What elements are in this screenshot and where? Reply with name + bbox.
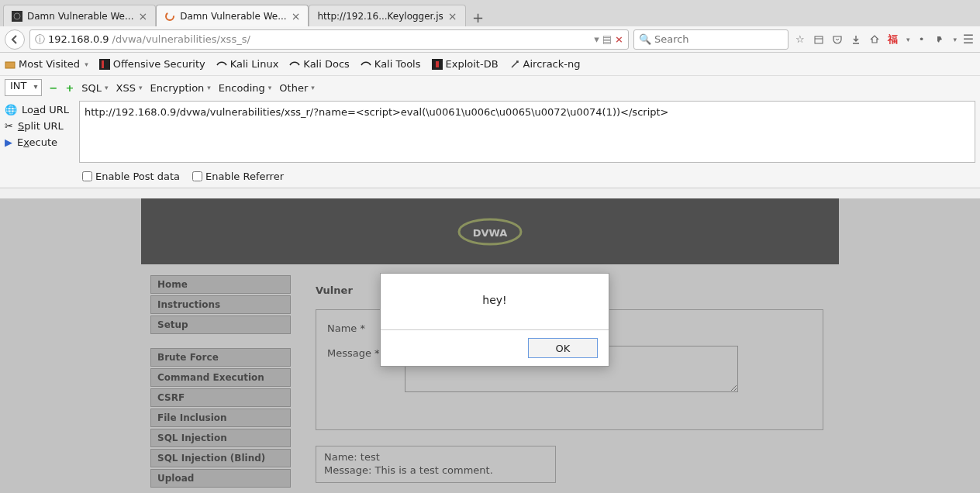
tab-title: Damn Vulnerable We... xyxy=(27,11,133,22)
svg-rect-0 xyxy=(12,11,22,22)
bookmark-offsec[interactable]: Offensive Security xyxy=(99,58,205,70)
svg-rect-7 xyxy=(102,60,104,68)
search-icon: 🔍 xyxy=(639,33,651,45)
offsec-icon xyxy=(99,59,110,70)
hackbar-load-url[interactable]: 🌐 Load URL xyxy=(5,104,74,115)
close-icon[interactable]: × xyxy=(138,10,147,22)
execute-icon: ▶ xyxy=(5,136,12,148)
enable-post-checkbox[interactable]: Enable Post data xyxy=(82,171,180,182)
close-icon[interactable]: × xyxy=(448,10,457,22)
minus-icon[interactable]: − xyxy=(50,82,58,94)
hackbar-menu-xss[interactable]: XSS▾ xyxy=(116,82,143,94)
info-icon[interactable]: ⓘ xyxy=(35,33,45,47)
library-icon[interactable] xyxy=(812,33,826,47)
hackbar-panel: INT − + SQL▾ XSS▾ Encryption▾ Encoding▾ … xyxy=(0,76,980,188)
tab-favicon xyxy=(12,11,22,22)
enable-referrer-checkbox[interactable]: Enable Referrer xyxy=(192,171,284,182)
hackbar-db-select[interactable]: INT xyxy=(5,79,42,96)
svg-rect-6 xyxy=(99,59,110,70)
bookmark-kali-tools[interactable]: Kali Tools xyxy=(361,58,421,70)
url-host: 192.168.0.9 xyxy=(48,33,109,45)
kali-icon xyxy=(289,59,300,70)
tab-1[interactable]: Damn Vulnerable We... × xyxy=(3,5,156,26)
alert-message: hey! xyxy=(381,274,609,330)
svg-rect-5 xyxy=(5,62,15,68)
addon-red-icon[interactable]: 福 xyxy=(886,33,900,47)
search-input[interactable] xyxy=(654,33,786,45)
bookmark-kali-docs[interactable]: Kali Docs xyxy=(289,58,350,70)
close-icon[interactable]: × xyxy=(292,10,301,22)
bookmark-kali[interactable]: Kali Linux xyxy=(216,58,279,70)
kali-icon xyxy=(361,59,371,70)
new-tab-button[interactable]: + xyxy=(469,8,488,26)
addon-dot-icon[interactable]: • xyxy=(914,33,928,47)
hackbar-split-url[interactable]: ✂ Split URL xyxy=(5,120,74,132)
alert-ok-button[interactable]: OK xyxy=(528,338,598,358)
downloads-icon[interactable] xyxy=(849,33,863,47)
hackbar-url-input[interactable] xyxy=(79,101,975,163)
hackbar-menu-encryption[interactable]: Encryption▾ xyxy=(150,82,211,94)
url-bar[interactable]: ⓘ 192.168.0.9/dvwa/vulnerabilities/xss_s… xyxy=(29,29,629,50)
hackbar-menu-encoding[interactable]: Encoding▾ xyxy=(219,82,271,94)
folder-icon xyxy=(5,59,16,70)
aircrack-icon xyxy=(509,59,520,70)
loading-icon xyxy=(164,11,175,22)
reader-dropdown-icon[interactable]: ▾ xyxy=(594,33,599,45)
back-button[interactable] xyxy=(5,29,25,50)
split-icon: ✂ xyxy=(5,120,13,132)
bookmark-bar: Most Visited▾ Offensive Security Kali Li… xyxy=(0,53,980,76)
bookmark-most-visited[interactable]: Most Visited▾ xyxy=(5,58,88,70)
exploitdb-icon xyxy=(432,59,443,70)
bookmark-star-icon[interactable]: ☆ xyxy=(793,33,807,47)
url-path: /dvwa/vulnerabilities/xss_s/ xyxy=(112,33,250,45)
addon-pin-icon[interactable] xyxy=(933,33,947,47)
plus-icon[interactable]: + xyxy=(65,82,74,94)
reader-icon[interactable]: ▤ xyxy=(602,33,612,45)
javascript-alert: hey! OK xyxy=(380,273,609,367)
tab-title: Damn Vulnerable We... xyxy=(180,11,286,22)
search-bar[interactable]: 🔍 xyxy=(633,29,788,50)
tab-2[interactable]: Damn Vulnerable We... × xyxy=(156,5,309,26)
hackbar-menu-sql[interactable]: SQL▾ xyxy=(81,82,108,94)
svg-rect-9 xyxy=(436,61,439,67)
tab-title: http://192.16...Keylogger.js xyxy=(317,11,443,22)
bookmark-aircrack[interactable]: Aircrack-ng xyxy=(509,58,581,70)
svg-point-2 xyxy=(166,12,174,20)
home-icon[interactable] xyxy=(868,33,882,47)
tab-3[interactable]: http://192.16...Keylogger.js × xyxy=(309,5,465,26)
bookmark-exploitdb[interactable]: Exploit-DB xyxy=(432,58,499,70)
hackbar-execute[interactable]: ▶ Execute xyxy=(5,136,74,148)
pocket-icon[interactable] xyxy=(830,33,844,47)
svg-rect-3 xyxy=(815,36,823,43)
tab-strip: Damn Vulnerable We... × Damn Vulnerable … xyxy=(0,0,980,26)
stop-icon[interactable]: × xyxy=(615,33,623,45)
hackbar-menu-other[interactable]: Other▾ xyxy=(279,82,314,94)
menu-icon[interactable]: ☰ xyxy=(961,33,975,47)
load-icon: 🌐 xyxy=(5,104,17,115)
navigation-bar: ⓘ 192.168.0.9/dvwa/vulnerabilities/xss_s… xyxy=(0,26,980,53)
kali-icon xyxy=(216,59,227,70)
